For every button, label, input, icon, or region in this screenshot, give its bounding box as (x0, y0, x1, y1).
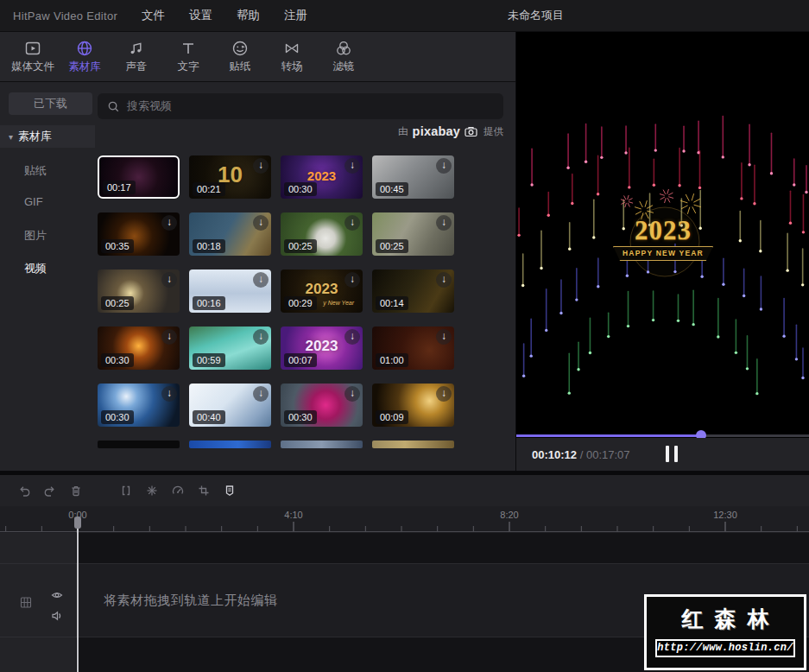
video-thumbnail[interactable]: 2023↓00:07 (281, 326, 363, 370)
tab-label: 贴纸 (230, 60, 251, 74)
sidebar-item-gif[interactable]: GIF (24, 195, 43, 211)
video-thumbnail[interactable]: ↓00:40 (189, 384, 271, 427)
video-thumbnail[interactable]: ↓00:25 (98, 269, 180, 313)
sidebar-item-videos[interactable]: 视频 (24, 261, 47, 276)
ruler-ticks (0, 506, 809, 533)
preview-controls: 00:10:12 / 00:17:07 (516, 438, 809, 471)
timeline-ruler[interactable]: 0:00 4:10 8:20 12:30 (0, 506, 809, 533)
video-thumbnail[interactable]: 10↓00:21 (189, 155, 271, 199)
download-icon[interactable]: ↓ (161, 329, 177, 345)
project-title: 未命名项目 (508, 8, 564, 23)
video-thumbnail[interactable]: ↓00:18 (189, 212, 271, 256)
duration-badge: 00:30 (101, 353, 134, 367)
duration-badge: 00:14 (376, 296, 408, 310)
download-icon[interactable]: ↓ (161, 272, 177, 288)
video-thumbnail[interactable] (372, 441, 454, 448)
video-thumbnail[interactable]: ↓00:25 (281, 212, 363, 256)
tab-media-files[interactable]: 媒体文件 (7, 39, 59, 74)
tab-audio[interactable]: 声音 (111, 39, 162, 74)
download-icon[interactable]: ↓ (344, 158, 360, 174)
duration-badge: 00:40 (193, 410, 225, 424)
duration-badge: 01:00 (376, 353, 408, 367)
text-icon (179, 39, 198, 58)
download-icon[interactable]: ↓ (436, 329, 452, 345)
download-icon[interactable]: ↓ (436, 386, 452, 402)
download-icon[interactable]: ↓ (253, 272, 269, 288)
video-thumbnail[interactable]: ↓00:25 (372, 212, 454, 256)
playhead-handle[interactable] (74, 517, 81, 529)
tab-text[interactable]: 文字 (162, 39, 214, 74)
menu-settings[interactable]: 设置 (189, 8, 212, 23)
sidebar-group-library[interactable]: ▾ 素材库 (0, 125, 95, 148)
download-icon[interactable]: ↓ (344, 272, 360, 288)
download-icon[interactable]: ↓ (253, 158, 269, 174)
download-icon[interactable]: ↓ (344, 386, 360, 402)
pixabay-logo: pixabay (413, 124, 460, 138)
speed-icon[interactable] (171, 484, 185, 498)
video-thumbnail[interactable]: 00:17 (98, 155, 180, 199)
video-thumbnail[interactable]: ↓00:30 (98, 326, 180, 370)
caret-down-icon: ▾ (9, 132, 13, 142)
redo-icon[interactable] (43, 484, 57, 498)
marker-icon[interactable] (223, 484, 237, 498)
sidebar-item-stickers[interactable]: 贴纸 (24, 163, 47, 179)
menu-register[interactable]: 注册 (284, 8, 307, 23)
video-thumbnail[interactable]: ↓00:45 (372, 155, 454, 199)
download-icon[interactable]: ↓ (253, 386, 269, 402)
video-thumbnail[interactable]: 2023↓00:30 (281, 155, 363, 199)
track-visibility-eye-icon[interactable] (50, 588, 64, 605)
sidebar-item-images[interactable]: 图片 (24, 228, 47, 244)
download-icon[interactable]: ↓ (161, 215, 177, 231)
download-icon[interactable]: ↓ (344, 329, 360, 345)
preview-progress-bar[interactable] (516, 434, 809, 437)
crop-icon[interactable] (197, 484, 211, 498)
ruler-label: 8:20 (500, 510, 518, 520)
tab-filters[interactable]: 滤镜 (318, 39, 370, 74)
downloaded-button[interactable]: 已下载 (9, 92, 92, 115)
download-icon[interactable]: ↓ (436, 272, 452, 288)
pixabay-attribution: 由 pixabay 提供 (398, 124, 503, 139)
duration-badge: 00:21 (193, 182, 225, 196)
total-time: 00:17:07 (586, 448, 630, 461)
track-header-bottom (0, 637, 76, 672)
undo-icon[interactable] (17, 484, 31, 498)
search-input[interactable]: 搜索视频 (98, 93, 503, 119)
tab-label: 转场 (281, 60, 303, 74)
video-thumbnail[interactable]: ↓01:00 (372, 326, 454, 370)
video-thumbnail[interactable]: 2023y New Year↓00:29 (281, 269, 363, 313)
download-icon[interactable]: ↓ (436, 158, 452, 174)
video-thumbnail[interactable] (281, 441, 363, 448)
download-icon[interactable]: ↓ (161, 386, 177, 402)
time-separator: / (580, 448, 586, 461)
download-icon[interactable]: ↓ (253, 329, 269, 345)
video-thumbnail[interactable] (98, 441, 180, 448)
video-thumbnail[interactable]: ↓00:14 (372, 269, 454, 313)
duration-badge: 00:18 (193, 239, 225, 253)
video-thumbnail[interactable]: ↓00:16 (189, 269, 271, 313)
download-icon[interactable]: ↓ (253, 215, 269, 231)
track-mute-speaker-icon[interactable] (50, 609, 64, 626)
video-thumbnail[interactable] (189, 441, 271, 448)
playhead-line[interactable] (77, 518, 79, 672)
download-icon[interactable]: ↓ (344, 215, 360, 231)
freeze-frame-icon[interactable] (145, 484, 159, 498)
duration-badge: 00:25 (376, 239, 408, 253)
track-hint-text: 将素材拖拽到轨道上开始编辑 (104, 593, 278, 609)
menu-file[interactable]: 文件 (142, 8, 165, 23)
download-icon[interactable]: ↓ (436, 215, 452, 231)
hitpaw-video-editor-window: HitPaw Video Editor 文件 设置 帮助 注册 未命名项目 媒体… (0, 0, 809, 672)
video-thumbnail[interactable]: ↓00:59 (189, 326, 271, 370)
menu-help[interactable]: 帮助 (237, 8, 260, 23)
video-thumbnail[interactable]: ↓00:30 (281, 384, 363, 427)
video-thumbnail[interactable]: ↓00:35 (98, 212, 180, 256)
tab-stickers[interactable]: 贴纸 (214, 39, 266, 74)
pause-button[interactable] (661, 446, 682, 463)
split-icon[interactable] (119, 484, 133, 498)
delete-icon[interactable] (69, 484, 83, 498)
video-thumbnail[interactable]: ↓00:09 (372, 384, 454, 427)
video-thumbnail[interactable]: ↓00:30 (98, 384, 180, 427)
track-header (0, 563, 76, 637)
attribution-suffix: 提供 (484, 125, 503, 138)
tab-library[interactable]: 素材库 (59, 39, 111, 74)
tab-transitions[interactable]: 转场 (266, 39, 318, 74)
